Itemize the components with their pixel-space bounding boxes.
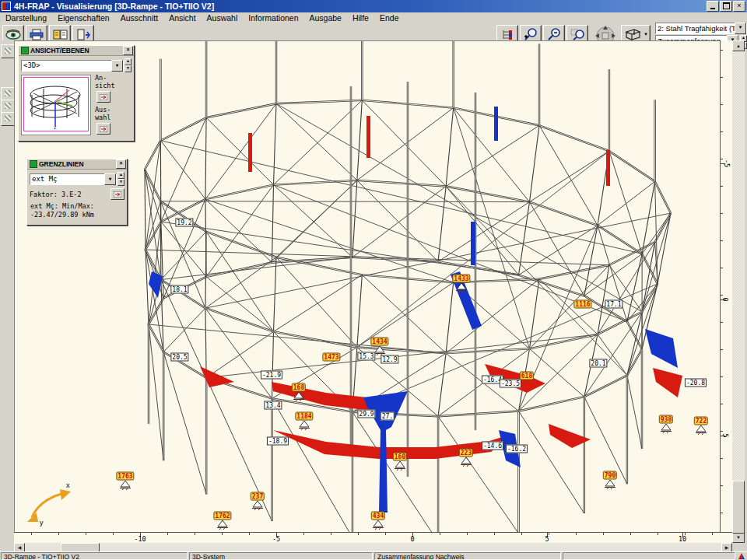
status-project: 3D-Rampe - TIO+TIIO V2 — [1, 552, 188, 560]
view-3d-dropdown-arrow[interactable]: ▼ — [644, 32, 648, 37]
scroll-up-icon[interactable]: ▲ — [732, 40, 745, 51]
ansicht-panel-close-icon[interactable]: × — [123, 46, 133, 55]
menu-item-informationen[interactable]: Informationen — [243, 12, 303, 23]
menu-item-ausschnitt[interactable]: Ausschnitt — [115, 12, 163, 23]
menu-bar: DarstellungEigenschaftenAusschnittAnsich… — [0, 12, 747, 24]
vscroll-thumb[interactable] — [732, 481, 745, 534]
axis-y-label: y — [40, 519, 44, 527]
menu-item-auswahl[interactable]: Auswahl — [202, 12, 244, 23]
ansicht-dialog-button[interactable] — [96, 91, 110, 103]
nachweis-dropdown-value: 2: Stahl Tragfähigkeit (Th. 2. O — [656, 24, 735, 33]
ansicht-panel-titlebar[interactable]: ANSICHT/EBENEN × — [19, 46, 134, 56]
menu-item-ende[interactable]: Ende — [374, 12, 405, 23]
grenzlinien-panel-titlebar[interactable]: GRENZLINIEN × — [27, 159, 127, 170]
cube-3d-icon — [623, 28, 642, 40]
dialog-window-icon — [100, 126, 107, 132]
hruler-label: -5 — [272, 535, 280, 543]
dialog-window-icon — [114, 191, 121, 198]
maximize-button[interactable] — [720, 1, 732, 12]
view-select-value: <3D> — [22, 61, 111, 69]
menu-item-eigenschaften[interactable]: Eigenschaften — [52, 12, 115, 23]
status-bar: 3D-Rampe - TIO+TIIO V2 3D-System Zusamme… — [0, 551, 747, 560]
minmax-value: -23.47/29.89 kNm — [30, 211, 124, 219]
status-nachweis: Zusammenfassung Nachweis — [374, 552, 561, 560]
auswahl-label-2: wahl — [95, 114, 115, 121]
view-thumbnail[interactable]: z — [21, 75, 91, 135]
zoom-out-icon — [547, 28, 562, 40]
printer-icon — [30, 29, 44, 40]
faktor-dialog-button[interactable] — [110, 188, 124, 200]
thumb-axis-z-label: z — [54, 124, 57, 130]
close-button[interactable]: × — [733, 1, 745, 12]
wireframe — [144, 41, 671, 533]
side-button-4[interactable] — [1, 112, 15, 126]
app-window: 4H-FRAP - Visualisierung [3D-Rampe - TIO… — [0, 0, 747, 560]
drawing-canvas[interactable]: x y 143414731681184143311166182231604341… — [14, 40, 733, 533]
zoom-window-icon — [570, 28, 585, 40]
axis-x-label: x — [66, 481, 70, 489]
vruler-label: 5 — [721, 433, 729, 437]
select-tree-icon — [500, 29, 514, 40]
view-select-dropdown[interactable]: <3D> ▼ — [21, 60, 124, 72]
panel-icon — [30, 160, 37, 168]
component-spinner[interactable]: ▲▼ — [117, 172, 124, 186]
menu-item-darstellung[interactable]: Darstellung — [0, 12, 52, 23]
vruler-label: -5 — [723, 159, 731, 167]
panel-icon — [21, 47, 29, 54]
minimize-button[interactable] — [707, 1, 719, 12]
axis-indicator: x y — [27, 481, 71, 527]
scroll-down-icon[interactable]: ▼ — [732, 532, 745, 543]
vertical-scrollbar[interactable]: ▲ ▼ — [732, 40, 745, 543]
status-logo-icon — [738, 552, 745, 560]
ansicht-label-2: sicht — [95, 82, 115, 89]
window-title: 4H-FRAP - Visualisierung [3D-Rampe - TIO… — [14, 2, 214, 11]
zoom-in-icon — [524, 28, 538, 40]
hruler-label: 5 — [545, 535, 549, 543]
hruler-label: 10 — [679, 535, 686, 543]
view-select-spinner[interactable]: ▲▼ — [124, 58, 132, 72]
grenzlinien-panel-close-icon[interactable]: × — [116, 159, 126, 169]
dialog-window-icon — [100, 94, 107, 100]
component-dropdown[interactable]: ext Mç ▼ — [30, 173, 117, 185]
view-select-arrow[interactable]: ▼ — [111, 60, 123, 72]
side-button-1[interactable] — [1, 44, 15, 58]
auswahl-label-1: Aus- — [95, 106, 115, 114]
grenzlinien-panel-title: GRENZLINIEN — [39, 160, 84, 168]
grenzlinien-panel: GRENZLINIEN × ext Mç ▼ ▲▼ Faktor: 3.E-2 … — [26, 159, 128, 226]
component-dropdown-value: ext Mç — [30, 175, 104, 183]
menu-item-ausgabe[interactable]: Ausgabe — [304, 12, 347, 23]
nachweis-dropdown-arrow[interactable]: ▼ — [735, 23, 746, 34]
hruler-label: 0 — [410, 535, 414, 543]
auswahl-dialog-button[interactable] — [96, 123, 110, 135]
menu-item-hilfe[interactable]: Hilfe — [347, 12, 374, 23]
nachweis-dropdown[interactable]: 2: Stahl Tragfähigkeit (Th. 2. O ▼ — [655, 23, 747, 34]
exit-door-icon — [76, 29, 90, 40]
status-extra — [563, 552, 735, 560]
component-dropdown-arrow[interactable]: ▼ — [104, 173, 116, 185]
ansicht-ebenen-panel: ANSICHT/EBENEN × <3D> ▼ ▲▼ — [18, 45, 135, 142]
status-system: 3D-System — [189, 552, 373, 560]
app-icon — [2, 2, 11, 11]
ansicht-panel-title: ANSICHT/EBENEN — [30, 47, 89, 54]
hruler-label: -10 — [134, 535, 146, 543]
ansicht-label-1: An- — [95, 74, 115, 82]
horizontal-ruler: -10-50510 — [14, 532, 732, 544]
menu-item-ansicht[interactable]: Ansicht — [163, 12, 201, 23]
faktor-text: Faktor: 3.E-2 — [30, 191, 82, 198]
vertical-ruler: -505 — [720, 40, 733, 532]
left-tool-strip — [0, 40, 14, 552]
eye-icon — [5, 29, 21, 40]
title-bar[interactable]: 4H-FRAP - Visualisierung [3D-Rampe - TIO… — [0, 0, 747, 12]
books-icon — [53, 29, 68, 40]
main-toolbar: ▼ 2: Stahl Tragfähigkeit (Th. 2. O ▼ Zus… — [0, 23, 747, 40]
vruler-label: 0 — [721, 297, 729, 301]
minmax-label: ext Mç: Min/Max: — [30, 202, 124, 210]
